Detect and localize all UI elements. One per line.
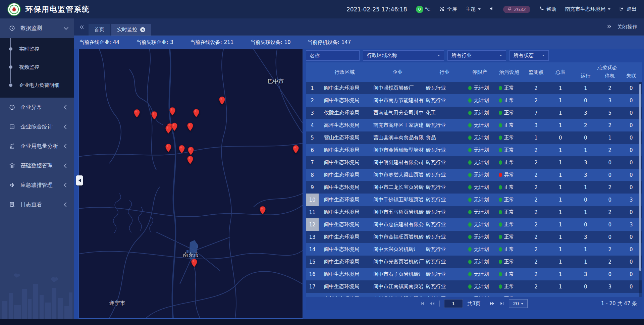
- sidebar-group-4[interactable]: 基础数据管理: [0, 156, 74, 175]
- map-pin[interactable]: [293, 145, 299, 155]
- theme-button[interactable]: 主题: [466, 6, 481, 12]
- table-row[interactable]: 10阆中生态环境局阆中千佛镇五郎垭页岩砖瓦行业无计划正常21003: [306, 194, 642, 206]
- table-row[interactable]: 13阆中生态环境局阆中市金福旺页岩机砖砖瓦行业无计划正常21300: [306, 231, 642, 243]
- prev-page-button[interactable]: [429, 301, 435, 306]
- row-facility-status: 异常: [495, 172, 524, 178]
- sidebar-item[interactable]: 企业电力负荷明细: [0, 76, 74, 94]
- table-row[interactable]: 8阆中生态环境局阆中市枣碧大梁山页岩砖瓦行业无计划异常21300: [306, 169, 642, 181]
- row-production-status: 无计划: [465, 246, 495, 253]
- row-index: 3: [306, 107, 319, 119]
- name-filter-input[interactable]: [306, 50, 360, 61]
- fullscreen-button[interactable]: 全屏: [439, 6, 457, 13]
- row-index: 16: [306, 268, 319, 280]
- table-row[interactable]: 2阆中生态环境局阆中市南方节能建材有砖瓦行业无计划正常21030: [306, 94, 642, 107]
- table-row[interactable]: 16阆中生态环境局阆中市石子页岩机砖厂砖瓦行业无计划正常21300: [306, 268, 642, 280]
- next-page-button[interactable]: [489, 301, 495, 306]
- table-row[interactable]: 12阆中生态环境局阆中市忠信建材有限公砖瓦行业无计划正常21003: [306, 218, 642, 231]
- row-company: 阆中强锐页岩砖厂: [371, 85, 424, 91]
- table-row[interactable]: 11阆中生态环境局阆中市五马桥页岩机砖砖瓦行业无计划正常21120: [306, 206, 642, 218]
- first-page-button[interactable]: [420, 301, 425, 306]
- table-row[interactable]: 6阆中生态环境局阆中市金博瑞新型墙材砖瓦行业无计划正常21120: [306, 144, 642, 156]
- map-panel[interactable]: 巴中市南充市遂宁市: [78, 49, 303, 319]
- map-pin[interactable]: [259, 206, 266, 216]
- table-row[interactable]: 3仪陇生态环境局西南油气田分公司川中化工无计划正常71350: [306, 107, 642, 119]
- row-facility-status: 正常: [495, 197, 524, 203]
- table-row[interactable]: 14阆中生态环境局阆中大兴页岩机砖厂砖瓦行业无计划正常21120: [306, 243, 642, 256]
- tab-home[interactable]: 首页: [89, 24, 110, 36]
- table-row[interactable]: 7阆中生态环境局阆中明阳建材有限公司砖瓦行业无计划正常21300: [306, 156, 642, 169]
- status-dot-green: [468, 247, 472, 252]
- sidebar-group-0[interactable]: 数据监测: [0, 18, 74, 38]
- logout-button[interactable]: 退出: [619, 6, 637, 12]
- tabs-scroll-left-button[interactable]: [79, 24, 85, 30]
- sidebar-group-6[interactable]: 日志查看: [0, 195, 74, 214]
- status-dot-green: [468, 272, 472, 276]
- help-button[interactable]: 帮助: [539, 6, 556, 12]
- status-dot-green: [468, 136, 472, 140]
- chevron-left-icon: [64, 163, 68, 168]
- map-pin[interactable]: [151, 111, 157, 121]
- notification-pill[interactable]: 2632: [503, 6, 530, 13]
- sidebar-item[interactable]: 视频监控: [0, 58, 74, 76]
- mute-button[interactable]: [489, 6, 494, 12]
- page-size-select[interactable]: 20: [509, 299, 528, 308]
- table-scrollbar[interactable]: [639, 82, 642, 297]
- facility-status-label: 异常: [504, 172, 514, 178]
- status-dot-green: [499, 210, 502, 214]
- sidebar-item[interactable]: 实时监控: [0, 40, 74, 58]
- map-pin[interactable]: [187, 122, 194, 132]
- production-status-label: 无计划: [474, 283, 489, 290]
- row-running: 1: [572, 85, 599, 91]
- last-page-button[interactable]: [499, 301, 504, 306]
- row-running: 1: [572, 209, 599, 215]
- table-row[interactable]: 17阆中生态环境局阆中市江南镇阆南页岩砖瓦行业无计划正常21030: [306, 280, 642, 293]
- sidebar-group-1[interactable]: 企业异常: [0, 98, 74, 117]
- stat-value: 10: [284, 39, 291, 46]
- stat-value: 147: [341, 39, 351, 46]
- page-number-input[interactable]: [444, 299, 463, 308]
- tab-realtime-monitor[interactable]: 实时监控: [111, 24, 151, 36]
- region-filter-value: 行政区域名称: [367, 52, 397, 59]
- close-icon[interactable]: [140, 27, 145, 32]
- production-status-label: 无计划: [474, 147, 489, 153]
- table-row[interactable]: 9阆中生态环境局阆中市二龙长宝页岩砖砖瓦行业无计划正常21120: [306, 181, 642, 194]
- tabs-scroll-right-button[interactable]: [606, 24, 612, 31]
- org-menu[interactable]: 南充市生态环境局: [565, 6, 610, 12]
- facility-status-label: 正常: [504, 283, 514, 290]
- status-dot-green: [499, 222, 502, 227]
- map-pin[interactable]: [219, 96, 225, 106]
- production-status-label: 无计划: [474, 122, 489, 128]
- sidebar-group-2[interactable]: 企业综合统计: [0, 117, 74, 137]
- status-filter-select[interactable]: 所有状态: [509, 50, 549, 61]
- table-row[interactable]: 15阆中生态环境局阆中市光富页岩机砖厂砖瓦行业无计划正常21120: [306, 256, 642, 268]
- map-pin[interactable]: [165, 125, 171, 135]
- map-pin[interactable]: [193, 109, 199, 119]
- row-company: 阆中明阳建材有限公司: [371, 159, 424, 166]
- scrollbar-thumb[interactable]: [639, 84, 641, 271]
- row-production-status: 无计划: [465, 134, 495, 141]
- map-pin[interactable]: [191, 259, 197, 269]
- table-row[interactable]: 5营山生态环境局营山县润丰肉食品有限食品无计划正常10010: [306, 131, 642, 144]
- map-pin[interactable]: [187, 156, 194, 166]
- sidebar-item-label: 视频监控: [19, 64, 39, 70]
- close-operations-button[interactable]: 关闭操作: [617, 24, 637, 30]
- map-collapse-button[interactable]: [76, 175, 83, 185]
- row-industry: 砖瓦行业: [424, 209, 465, 215]
- facility-status-label: 正常: [504, 184, 514, 191]
- sidebar-group-5[interactable]: 应急减排管理: [0, 175, 74, 195]
- row-meters: 1: [549, 122, 572, 128]
- map-pin[interactable]: [169, 107, 176, 117]
- region-filter-select[interactable]: 行政区域名称: [363, 50, 444, 61]
- table-row[interactable]: 4高坪生态环境局南充市高坪区王家店建砖瓦行业无计划正常31220: [306, 119, 642, 131]
- map-pin[interactable]: [171, 122, 178, 132]
- row-index: 17: [306, 280, 319, 293]
- map-pin[interactable]: [179, 145, 185, 155]
- map-pin[interactable]: [165, 144, 171, 154]
- map-pin[interactable]: [133, 109, 140, 119]
- row-production-status: 无计划: [465, 221, 495, 228]
- sidebar-group-3[interactable]: 企业用电量分析: [0, 137, 74, 156]
- table-row[interactable]: 18南部生态环境局南部县雄狮水泥有限公建材加工无计划正常60060: [306, 293, 642, 297]
- table-row[interactable]: 1阆中生态环境局阆中强锐页岩砖厂砖瓦行业无计划正常21120: [306, 82, 642, 94]
- industry-filter-select[interactable]: 所有行业: [447, 50, 506, 61]
- stat-label: 当前在线设备:: [190, 39, 222, 46]
